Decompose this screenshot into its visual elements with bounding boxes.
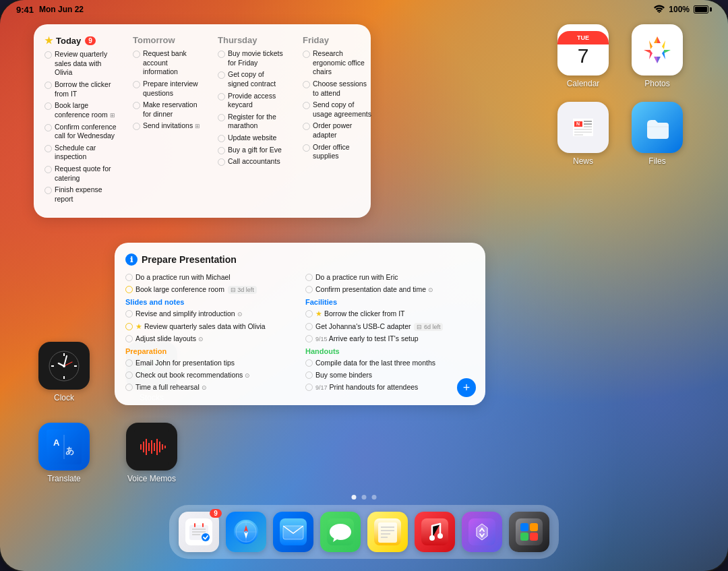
svg-rect-37	[202, 533, 210, 541]
news-label: News	[573, 156, 593, 166]
wifi-icon	[654, 5, 665, 15]
svg-text:A: A	[53, 438, 60, 448]
svg-rect-59	[516, 518, 543, 545]
shortcuts-dock-icon[interactable]	[462, 512, 502, 552]
voice-memos-app[interactable]: Voice Memos	[121, 423, 182, 483]
calendar-label: Calendar	[567, 79, 600, 88]
svg-rect-60	[520, 523, 528, 531]
files-label: Files	[648, 156, 665, 166]
list-item: Check out book recommendations ⊙	[125, 370, 295, 380]
svg-rect-62	[520, 533, 528, 541]
photos-app[interactable]: Photos	[627, 24, 688, 88]
page-dot-1[interactable]	[352, 495, 357, 500]
list-item: Order power adapter	[303, 121, 371, 140]
list-item: Call accountants	[218, 157, 286, 167]
star-icon: ★	[44, 35, 53, 46]
today-col-title: ★ Today 9	[44, 35, 117, 46]
page-dots	[352, 495, 377, 500]
list-item: Prepare interview questions	[133, 80, 202, 98]
list-item: Do a practice run with Michael	[125, 272, 295, 282]
files-app[interactable]: Files	[627, 102, 688, 166]
news-app[interactable]: N News	[553, 102, 613, 166]
svg-point-57	[437, 533, 443, 539]
list-item: Confirm presentation date and time ⊙	[305, 284, 475, 294]
handouts-label: Handouts	[305, 347, 475, 355]
list-item: Update website	[218, 133, 286, 143]
ipad-frame: 9:41 Mon Jun 22 100%	[0, 0, 728, 571]
preparation-label: Preparation	[125, 347, 295, 355]
list-item: Book large conference room ⊞	[44, 101, 117, 119]
list-item: Research ergonomic office chairs	[303, 49, 371, 77]
list-item: ★ Review quarterly sales data with Olivi…	[125, 322, 295, 331]
clock-app[interactable]: Clock	[34, 342, 94, 402]
thursday-col-title: Thursday	[218, 35, 286, 45]
app-library-dock-icon[interactable]	[509, 512, 549, 552]
app-grid-top-right: TUE 7 Calendar	[553, 24, 688, 166]
status-icons: 100%	[654, 5, 712, 15]
list-item: Buy some binders	[305, 370, 475, 380]
svg-rect-61	[530, 523, 538, 531]
svg-text:あ: あ	[65, 446, 74, 456]
slides-notes-label: Slides and notes	[125, 298, 295, 306]
list-item: Time a full rehearsal ⊙	[125, 382, 295, 392]
reminders-badge: 9	[210, 509, 222, 518]
list-item: Email John for presentation tips	[125, 358, 295, 367]
status-time: 9:41	[16, 5, 34, 15]
list-item: Finish expense report	[44, 185, 117, 204]
photos-label: Photos	[644, 79, 669, 88]
list-item: Revise and simplify introduction ⊙	[125, 309, 295, 318]
list-item: Request quote for catering	[44, 164, 117, 183]
svg-point-0	[659, 11, 660, 12]
voice-memos-label: Voice Memos	[127, 474, 176, 483]
prepare-title: Prepare Presentation	[142, 254, 237, 265]
svg-text:N: N	[576, 121, 580, 126]
list-item: Buy movie tickets for Friday	[218, 49, 286, 67]
facilities-label: Facilities	[305, 298, 475, 306]
list-item: Get copy of signed contract	[218, 70, 286, 88]
translate-label: Translate	[47, 474, 81, 483]
safari-dock-icon[interactable]	[226, 512, 266, 552]
list-item: Adjust slide layouts ⊙	[125, 334, 295, 343]
svg-point-56	[429, 535, 435, 541]
list-item: Choose sessions to attend	[303, 80, 371, 98]
list-item: Make reservation for dinner	[133, 100, 202, 119]
list-item: 9/15 Arrive early to test IT's setup	[305, 334, 475, 343]
battery-icon	[694, 5, 712, 13]
list-item: Do a practice run with Eric	[305, 272, 475, 282]
mail-dock-icon[interactable]	[273, 512, 313, 552]
status-date: Mon Jun 22	[39, 5, 84, 14]
notes-dock-icon[interactable]	[367, 512, 408, 552]
music-dock-icon[interactable]	[415, 512, 455, 552]
svg-rect-63	[530, 533, 538, 541]
reminders-dock-icon[interactable]: 9	[179, 512, 219, 552]
list-item: Buy a gift for Eve	[218, 146, 286, 155]
list-item: Send invitations ⊞	[133, 121, 202, 131]
list-item: Order office supplies	[303, 143, 371, 161]
list-item: Confirm conference call for Wednesday	[44, 123, 117, 141]
page-dot-2[interactable]	[362, 495, 367, 500]
list-item: Review quarterly sales data with Olivia	[44, 50, 117, 78]
list-item: 9/17 Print handouts for attendees	[305, 382, 475, 392]
svg-point-14	[63, 365, 65, 367]
prepare-presentation-widget: ℹ Prepare Presentation Do a practice run…	[115, 243, 485, 405]
page-dot-3[interactable]	[372, 495, 377, 500]
svg-rect-50	[378, 522, 397, 543]
reminders-widget: ★ Today 9 Review quarterly sales data wi…	[34, 24, 371, 218]
clock-label: Clock	[54, 393, 74, 402]
list-item: ★ Borrow the clicker from IT	[305, 309, 475, 318]
list-item: Book large conference room ⊟ 3d left	[125, 284, 295, 294]
status-bar: 9:41 Mon Jun 22 100%	[0, 0, 728, 19]
list-item: Send copy of usage agreements	[303, 100, 371, 119]
list-item: Borrow the clicker from IT	[44, 80, 117, 98]
list-item: Register for the marathon	[218, 113, 286, 131]
friday-col-title: Friday	[303, 35, 371, 45]
list-item: Compile data for the last three months	[305, 358, 475, 367]
tomorrow-col-title: Tomorrow	[133, 35, 202, 45]
list-item: Provide access keycard	[218, 92, 286, 110]
battery-percent: 100%	[669, 5, 690, 14]
messages-dock-icon[interactable]	[320, 512, 361, 552]
translate-app[interactable]: A あ Translate	[34, 423, 94, 483]
calendar-app[interactable]: TUE 7 Calendar	[553, 24, 613, 88]
svg-point-2	[652, 44, 663, 55]
list-item: Schedule car inspection	[44, 144, 117, 162]
